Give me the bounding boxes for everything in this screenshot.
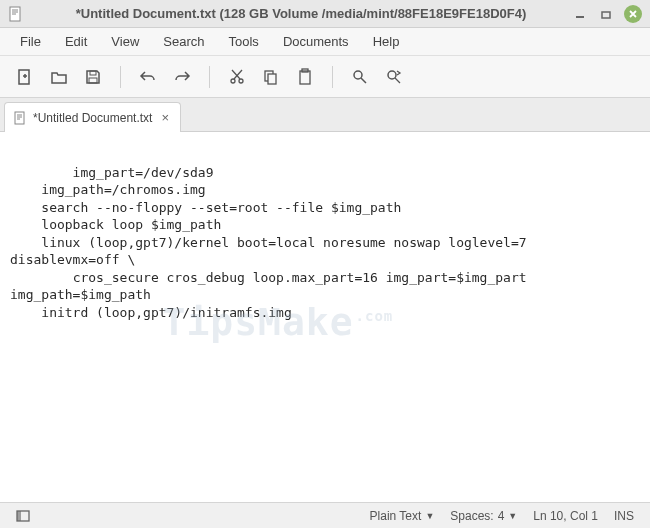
svg-rect-16 (17, 511, 21, 521)
toolbar-separator (120, 66, 121, 88)
paste-button[interactable] (290, 62, 320, 92)
watermark-suffix: .com (356, 308, 394, 324)
menu-tools[interactable]: Tools (219, 30, 269, 53)
tab-width-selector[interactable]: Spaces: 4 ▼ (442, 507, 525, 525)
mode-label: INS (614, 509, 634, 523)
window-title: *Untitled Document.txt (128 GB Volume /m… (30, 6, 572, 21)
tab-close-button[interactable]: × (158, 111, 172, 125)
menu-view[interactable]: View (101, 30, 149, 53)
toolbar (0, 56, 650, 98)
minimize-button[interactable] (572, 6, 588, 22)
undo-button[interactable] (133, 62, 163, 92)
menu-edit[interactable]: Edit (55, 30, 97, 53)
new-file-button[interactable] (10, 62, 40, 92)
search-button[interactable] (345, 62, 375, 92)
chevron-down-icon: ▼ (425, 511, 434, 521)
chevron-down-icon: ▼ (508, 511, 517, 521)
app-icon (8, 6, 24, 22)
menu-search[interactable]: Search (153, 30, 214, 53)
svg-rect-14 (15, 112, 24, 124)
tab-label: *Untitled Document.txt (33, 111, 152, 125)
svg-point-13 (388, 71, 396, 79)
find-replace-button[interactable] (379, 62, 409, 92)
maximize-button[interactable] (598, 6, 614, 22)
close-button[interactable] (624, 5, 642, 23)
document-icon (13, 111, 27, 125)
language-selector[interactable]: Plain Text ▼ (362, 507, 443, 525)
window-controls (572, 5, 642, 23)
svg-rect-3 (19, 70, 29, 84)
menu-documents[interactable]: Documents (273, 30, 359, 53)
svg-point-6 (231, 79, 235, 83)
svg-rect-9 (268, 74, 276, 84)
toolbar-separator (332, 66, 333, 88)
window: *Untitled Document.txt (128 GB Volume /m… (0, 0, 650, 528)
toolbar-separator (209, 66, 210, 88)
titlebar: *Untitled Document.txt (128 GB Volume /m… (0, 0, 650, 28)
redo-button[interactable] (167, 62, 197, 92)
status-left (8, 507, 38, 525)
svg-point-7 (239, 79, 243, 83)
menu-help[interactable]: Help (363, 30, 410, 53)
svg-point-12 (354, 71, 362, 79)
menu-file[interactable]: File (10, 30, 51, 53)
spaces-value: 4 (498, 509, 505, 523)
editor-content[interactable]: img_part=/dev/sda9 img_path=/chromos.img… (10, 165, 534, 320)
position-label: Ln 10, Col 1 (533, 509, 598, 523)
svg-rect-10 (300, 71, 310, 84)
spaces-label: Spaces: (450, 509, 493, 523)
insert-mode[interactable]: INS (606, 507, 642, 525)
cut-button[interactable] (222, 62, 252, 92)
document-tab[interactable]: *Untitled Document.txt × (4, 102, 181, 132)
tabbar: *Untitled Document.txt × (0, 98, 650, 132)
svg-rect-2 (602, 12, 610, 18)
side-panel-toggle[interactable] (8, 507, 38, 525)
statusbar: Plain Text ▼ Spaces: 4 ▼ Ln 10, Col 1 IN… (0, 502, 650, 528)
open-file-button[interactable] (44, 62, 74, 92)
cursor-position[interactable]: Ln 10, Col 1 (525, 507, 606, 525)
language-label: Plain Text (370, 509, 422, 523)
menubar: File Edit View Search Tools Documents He… (0, 28, 650, 56)
editor-area[interactable]: img_part=/dev/sda9 img_path=/chromos.img… (0, 132, 650, 502)
save-button[interactable] (78, 62, 108, 92)
copy-button[interactable] (256, 62, 286, 92)
